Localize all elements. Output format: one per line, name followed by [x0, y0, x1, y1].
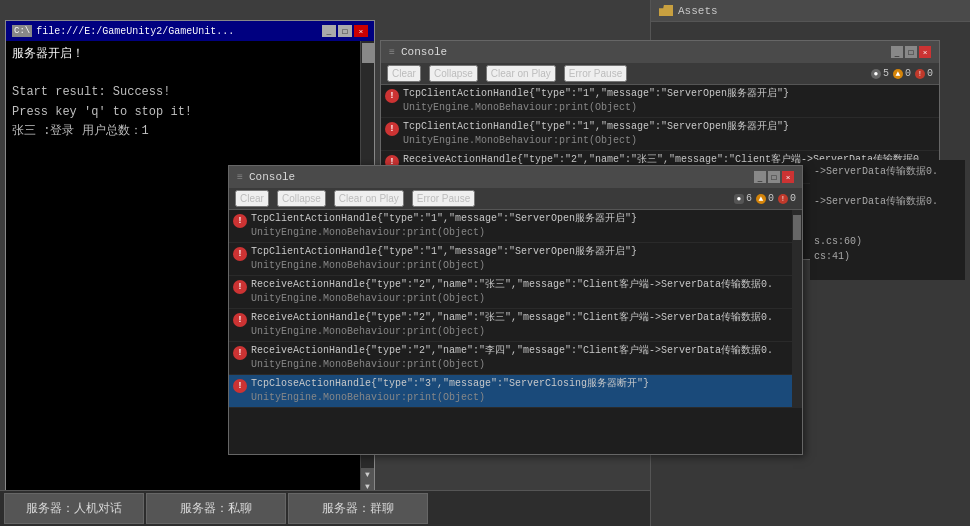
cmd-line-blank	[12, 64, 368, 83]
log-entry-front-2[interactable]: ! ReceiveActionHandle{"type":"2","name":…	[229, 276, 802, 309]
right-code-2: ->ServerData传输数据0.	[814, 194, 961, 209]
log-text-front-0: TcpClientActionHandle{"type":"1","messag…	[251, 212, 637, 240]
log-entry-front-0[interactable]: ! TcpClientActionHandle{"type":"1","mess…	[229, 210, 802, 243]
console-back-title: Console	[401, 46, 447, 58]
btn-group-chat[interactable]: 服务器：群聊	[288, 493, 428, 524]
console-front-clear-btn[interactable]: Clear	[235, 190, 269, 207]
log-entry-front-4[interactable]: ! ReceiveActionHandle{"type":"2","name":…	[229, 342, 802, 375]
log-text-back-0: TcpClientActionHandle{"type":"1","messag…	[403, 87, 789, 115]
log-text-front-5: TcpCloseActionHandle{"type":"3","message…	[251, 377, 649, 405]
assets-title-bar: Assets	[651, 0, 970, 22]
log-icon-front-4: !	[233, 346, 247, 360]
console-front-collapse-btn[interactable]: Collapse	[277, 190, 326, 207]
btn-private-chat[interactable]: 服务器：私聊	[146, 493, 286, 524]
btn-ai-chat[interactable]: 服务器：人机对话	[4, 493, 144, 524]
cmd-scroll-down[interactable]: ▼	[361, 468, 374, 480]
log-text-front-1: TcpClientActionHandle{"type":"1","messag…	[251, 245, 637, 273]
cmd-minimize-btn[interactable]: _	[322, 25, 336, 37]
console-front-icon: ≡	[237, 172, 243, 183]
log-text-back-1: TcpClientActionHandle{"type":"1","messag…	[403, 120, 789, 148]
console-front-toolbar: Clear Collapse Clear on Play Error Pause…	[229, 188, 802, 210]
console-back-close-btn[interactable]: ×	[919, 46, 931, 58]
right-code-5: cs:41)	[814, 249, 961, 264]
console-front-log-area: ! TcpClientActionHandle{"type":"1","mess…	[229, 210, 802, 408]
console-front-info-badge: ● 6	[734, 193, 752, 204]
right-code-area: ->ServerData传输数据0. ->ServerData传输数据0. s.…	[810, 160, 965, 280]
cmd-line-1: Start result: Success!	[12, 83, 368, 102]
console-icon-small: ≡	[389, 47, 395, 58]
console-front-window: ≡ Console _ □ × Clear Collapse Clear on …	[228, 165, 803, 455]
console-back-controls[interactable]: _ □ ×	[891, 46, 931, 58]
log-text-front-4: ReceiveActionHandle{"type":"2","name":"李…	[251, 344, 773, 372]
right-code-0: ->ServerData传输数据0.	[814, 164, 961, 179]
cmd-line-0: 服务器开启！	[12, 45, 368, 64]
front-warn-dot: ▲	[756, 194, 766, 204]
log-icon-front-1: !	[233, 247, 247, 261]
cmd-title-bar: C:\ file:///E:/GameUnity2/GameUnit... _ …	[6, 21, 374, 41]
console-front-scroll-thumb	[793, 215, 801, 240]
console-front-title-left: ≡ Console	[237, 171, 295, 183]
console-back-collapse-btn[interactable]: Collapse	[429, 65, 478, 82]
cmd-maximize-btn[interactable]: □	[338, 25, 352, 37]
console-front-titlebar: ≡ Console _ □ ×	[229, 166, 802, 188]
console-front-title: Console	[249, 171, 295, 183]
log-entry-front-3[interactable]: ! ReceiveActionHandle{"type":"2","name":…	[229, 309, 802, 342]
right-code-1	[814, 179, 961, 194]
console-front-controls[interactable]: _ □ ×	[754, 171, 794, 183]
console-front-errorpause-btn[interactable]: Error Pause	[412, 190, 475, 207]
cmd-icon: C:\	[12, 25, 32, 37]
right-code-4: s.cs:60)	[814, 234, 961, 249]
console-back-minimize-btn[interactable]: _	[891, 46, 903, 58]
console-front-minimize-btn[interactable]: _	[754, 171, 766, 183]
console-back-errorpause-btn[interactable]: Error Pause	[564, 65, 627, 82]
log-icon-front-0: !	[233, 214, 247, 228]
console-back-clearonplay-btn[interactable]: Clear on Play	[486, 65, 556, 82]
folder-icon	[659, 5, 673, 16]
log-entry-front-1[interactable]: ! TcpClientActionHandle{"type":"1","mess…	[229, 243, 802, 276]
cmd-line-3: 张三 :登录 用户总数：1	[12, 122, 368, 141]
front-info-dot: ●	[734, 194, 744, 204]
error-dot: !	[915, 69, 925, 79]
console-back-toolbar: Clear Collapse Clear on Play Error Pause…	[381, 63, 939, 85]
log-entry-front-5[interactable]: ! TcpCloseActionHandle{"type":"3","messa…	[229, 375, 802, 408]
log-icon-back-0: !	[385, 89, 399, 103]
console-back-error-badge: ! 0	[915, 68, 933, 79]
log-entry-back-1[interactable]: ! TcpClientActionHandle{"type":"1","mess…	[381, 118, 939, 151]
cmd-close-btn[interactable]: ×	[354, 25, 368, 37]
log-icon-back-1: !	[385, 122, 399, 136]
console-front-close-btn[interactable]: ×	[782, 171, 794, 183]
cmd-title: file:///E:/GameUnity2/GameUnit...	[36, 26, 234, 37]
cmd-win-controls[interactable]: _ □ ×	[322, 25, 368, 37]
assets-title: Assets	[678, 5, 718, 17]
console-front-scrollbar[interactable]	[792, 210, 802, 408]
console-front-clearonplay-btn[interactable]: Clear on Play	[334, 190, 404, 207]
console-front-error-badge: ! 0	[778, 193, 796, 204]
log-icon-front-3: !	[233, 313, 247, 327]
console-front-warn-badge: ▲ 0	[756, 193, 774, 204]
log-entry-back-0[interactable]: ! TcpClientActionHandle{"type":"1","mess…	[381, 85, 939, 118]
log-text-front-2: ReceiveActionHandle{"type":"2","name":"张…	[251, 278, 773, 306]
cmd-scroll-thumb	[362, 43, 374, 63]
console-back-maximize-btn[interactable]: □	[905, 46, 917, 58]
log-icon-front-5: !	[233, 379, 247, 393]
info-dot: ●	[871, 69, 881, 79]
console-back-clear-btn[interactable]: Clear	[387, 65, 421, 82]
console-front-maximize-btn[interactable]: □	[768, 171, 780, 183]
warn-dot: ▲	[893, 69, 903, 79]
console-back-warn-badge: ▲ 0	[893, 68, 911, 79]
log-icon-front-2: !	[233, 280, 247, 294]
console-back-info-badge: ● 5	[871, 68, 889, 79]
console-back-titlebar: ≡ Console _ □ ×	[381, 41, 939, 63]
log-text-front-3: ReceiveActionHandle{"type":"2","name":"张…	[251, 311, 773, 339]
right-code-3	[814, 209, 961, 224]
bottom-toolbar: 服务器：人机对话 服务器：私聊 服务器：群聊	[0, 490, 650, 526]
cmd-line-2: Press key 'q' to stop it!	[12, 103, 368, 122]
front-error-dot: !	[778, 194, 788, 204]
